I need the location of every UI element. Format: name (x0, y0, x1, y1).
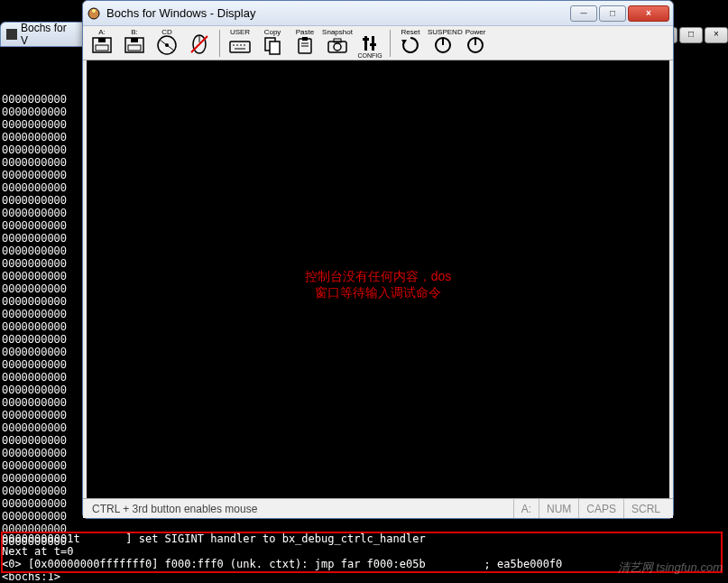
bochs-app-icon (87, 6, 101, 21)
svg-rect-23 (302, 37, 308, 41)
console-output: 00000000001t ] set SIGINT handler to bx_… (2, 520, 562, 583)
statusbar-hint: CTRL + 3rd button enables mouse (88, 503, 513, 515)
toolbar-separator (219, 30, 220, 57)
svg-rect-3 (98, 38, 106, 42)
svg-rect-31 (363, 38, 369, 41)
background-window-title: Bochs for V (21, 22, 77, 47)
copy-label: Copy (257, 28, 288, 36)
bochs-display-window: Bochs for Windows - Display ─ □ × A: B: … (82, 0, 674, 519)
svg-marker-33 (401, 40, 407, 44)
mouse-toggle-button[interactable] (184, 28, 215, 59)
console-line: 00000000001t ] set SIGINT handler to bx_… (2, 532, 426, 545)
floppy-a-label: A: (87, 28, 117, 36)
minimize-button[interactable]: ─ (570, 5, 597, 22)
console-prompt[interactable]: <bochs:1> (2, 570, 60, 583)
toolbar-separator (390, 30, 391, 57)
titlebar[interactable]: Bochs for Windows - Display ─ □ × (83, 1, 673, 26)
svg-rect-14 (230, 42, 250, 52)
toolbar: A: B: CD USER Copy (83, 26, 673, 60)
svg-rect-4 (96, 45, 108, 51)
cdrom-label: CD (152, 28, 182, 36)
mouse-icon (187, 31, 212, 56)
cmd-icon (6, 29, 17, 40)
suspend-label: SUSPEND (428, 28, 458, 36)
annotation-overlay-text: 控制台没有任何内容，dos 窗口等待输入调试命令 (87, 268, 669, 301)
snapshot-label: Snapshot (322, 28, 353, 36)
svg-rect-6 (131, 38, 138, 42)
window-controls: ─ □ × (570, 5, 669, 22)
console-line: Next at t=0 (2, 545, 73, 558)
suspend-button[interactable]: SUSPEND (428, 28, 458, 59)
paste-button[interactable]: Paste (290, 28, 320, 59)
statusbar-drive-a: A: (513, 499, 539, 518)
power-label: Power (460, 28, 491, 36)
bg-maximize-button[interactable]: □ (679, 27, 703, 43)
vga-display[interactable]: 控制台没有任何内容，dos 窗口等待输入调试命令 (87, 60, 669, 498)
watermark: 清艺网 tsingfun.com (618, 560, 723, 576)
config-label: CONFIG (355, 52, 385, 59)
power-button[interactable]: Power (460, 28, 491, 59)
statusbar-numlock: NUM (539, 499, 578, 518)
statusbar-capslock: CAPS (578, 499, 623, 518)
reset-button[interactable]: Reset (395, 28, 426, 59)
statusbar-scrolllock: SCRL (623, 499, 668, 518)
reset-label: Reset (395, 28, 426, 36)
window-title: Bochs for Windows - Display (106, 6, 570, 20)
floppy-b-label: B: (119, 28, 150, 36)
copy-button[interactable]: Copy (257, 28, 288, 59)
maximize-button[interactable]: □ (599, 5, 626, 22)
snapshot-button[interactable]: Snapshot (322, 28, 353, 59)
statusbar: CTRL + 3rd button enables mouse A: NUM C… (83, 498, 673, 518)
console-line: <0> [0x00000000fffffff0] f000:fff0 (unk.… (2, 558, 562, 570)
paste-label: Paste (290, 28, 320, 36)
svg-point-1 (92, 9, 96, 13)
svg-line-10 (160, 40, 174, 51)
bg-close-button[interactable]: × (705, 27, 728, 43)
close-button[interactable]: × (628, 5, 669, 22)
config-button[interactable]: CONFIG (355, 28, 385, 59)
svg-rect-7 (128, 45, 141, 51)
floppy-a-button[interactable]: A: (87, 28, 117, 59)
svg-point-27 (334, 43, 341, 51)
user-label: USER (225, 28, 255, 36)
background-window-titlebar: Bochs for V (0, 22, 83, 47)
floppy-b-button[interactable]: B: (119, 28, 150, 59)
cdrom-button[interactable]: CD (152, 28, 182, 59)
user-shortcut-button[interactable]: USER (225, 28, 255, 59)
svg-rect-21 (270, 42, 280, 54)
svg-rect-32 (370, 43, 376, 46)
